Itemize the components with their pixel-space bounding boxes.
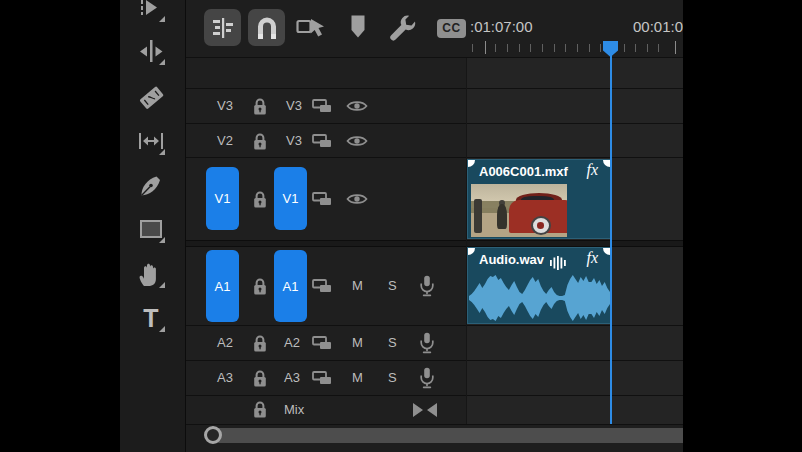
lock-icon[interactable] xyxy=(252,97,268,116)
track-name-a2[interactable]: A2 xyxy=(284,335,300,351)
right-black-mask xyxy=(683,0,802,452)
zoom-handle[interactable] xyxy=(204,426,222,444)
source-patch-v3[interactable]: V3 xyxy=(210,98,240,114)
fx-badge: fx xyxy=(586,161,598,179)
mute-button[interactable]: M xyxy=(352,370,363,386)
row-divider xyxy=(186,88,683,89)
track-target-a1-button[interactable]: A1 xyxy=(274,250,307,322)
mute-button[interactable]: M xyxy=(352,278,363,294)
video-clip-title: A006C001.mxf xyxy=(479,164,568,179)
mute-button[interactable]: M xyxy=(352,335,363,351)
pen-tool-icon[interactable] xyxy=(136,170,166,200)
sync-lock-icon[interactable] xyxy=(312,99,332,113)
row-divider xyxy=(186,325,683,326)
sync-lock-icon[interactable] xyxy=(312,336,332,350)
playhead-head[interactable] xyxy=(602,40,619,58)
premiere-timeline-screen: T CC :01:07:00 00:01:0 V3 V3 V2 V3 xyxy=(0,0,802,452)
solo-button[interactable]: S xyxy=(388,370,397,386)
track-name-v3[interactable]: V3 xyxy=(286,98,302,114)
track-target-v1-button[interactable]: V1 xyxy=(274,167,307,230)
playhead-line[interactable] xyxy=(610,55,612,424)
audio-clip[interactable]: Audio.wav fx xyxy=(467,247,611,324)
source-patch-a1-button[interactable]: A1 xyxy=(206,250,239,322)
fade-handle-icon[interactable] xyxy=(467,247,475,255)
row-divider xyxy=(186,123,683,124)
fade-handle-icon[interactable] xyxy=(467,159,475,167)
flyout-triangle xyxy=(159,282,165,288)
source-patch-v2[interactable]: V2 xyxy=(210,133,240,149)
source-patch-a3[interactable]: A3 xyxy=(210,370,240,386)
row-divider xyxy=(186,395,683,396)
sync-lock-icon[interactable] xyxy=(312,134,332,148)
voiceover-mic-icon[interactable] xyxy=(419,332,435,354)
video-clip[interactable]: A006C001.mxf fx xyxy=(467,159,611,239)
thumbnail-person xyxy=(497,204,507,228)
eye-track-output-icon[interactable] xyxy=(346,134,368,148)
eye-track-output-icon[interactable] xyxy=(346,99,368,113)
flyout-triangle xyxy=(159,149,165,155)
track-name-v2[interactable]: V3 xyxy=(286,133,302,149)
source-patch-v1-button[interactable]: V1 xyxy=(206,167,239,230)
mix-bowtie-icon[interactable] xyxy=(412,402,438,418)
source-patch-a2[interactable]: A2 xyxy=(210,335,240,351)
track-name-a3[interactable]: A3 xyxy=(284,370,300,386)
type-tool-icon[interactable]: T xyxy=(136,303,166,333)
waveform-badge-icon xyxy=(550,256,566,270)
sync-lock-icon[interactable] xyxy=(312,371,332,385)
rectangle-tool-icon[interactable] xyxy=(136,214,166,244)
lock-icon[interactable] xyxy=(252,334,268,353)
track-name-mix[interactable]: Mix xyxy=(284,402,304,418)
horizontal-scrollbar[interactable] xyxy=(212,428,683,443)
audio-waveform xyxy=(469,273,610,323)
razor-tool-icon[interactable] xyxy=(136,81,166,111)
thumbnail-car-wheel xyxy=(531,216,551,235)
voiceover-mic-icon[interactable] xyxy=(419,367,435,389)
solo-button[interactable]: S xyxy=(388,278,397,294)
row-divider xyxy=(186,360,683,361)
row-divider xyxy=(186,157,683,158)
left-black-mask xyxy=(0,0,120,452)
sync-lock-icon[interactable] xyxy=(312,279,332,293)
thumbnail-gas-pump xyxy=(474,199,482,233)
eye-track-output-icon[interactable] xyxy=(346,192,368,206)
hand-tool-icon[interactable] xyxy=(136,259,166,289)
video-audio-divider[interactable] xyxy=(186,240,683,247)
lock-icon[interactable] xyxy=(252,369,268,388)
sync-lock-icon[interactable] xyxy=(312,192,332,206)
header-content-separator xyxy=(466,58,467,424)
lock-icon[interactable] xyxy=(252,277,268,296)
audio-clip-title: Audio.wav xyxy=(479,252,544,267)
lock-icon[interactable] xyxy=(252,132,268,151)
time-ruler[interactable] xyxy=(0,0,802,60)
solo-button[interactable]: S xyxy=(388,335,397,351)
video-clip-thumbnail xyxy=(471,184,567,237)
fx-badge: fx xyxy=(586,249,598,267)
lock-icon[interactable] xyxy=(252,400,268,419)
voiceover-mic-icon[interactable] xyxy=(419,275,435,297)
lock-icon[interactable] xyxy=(252,190,268,209)
flyout-triangle xyxy=(159,237,165,243)
flyout-triangle xyxy=(159,326,165,332)
slip-tool-icon[interactable] xyxy=(136,126,166,156)
